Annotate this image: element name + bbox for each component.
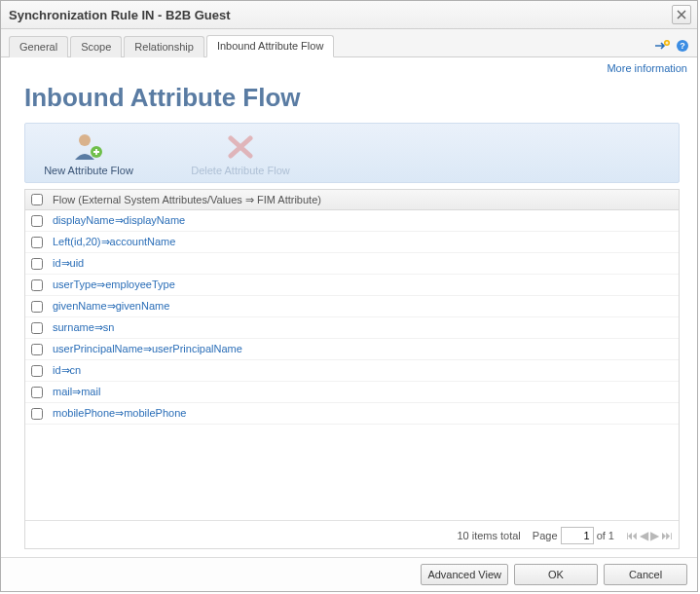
row-flow-cell: Left(id,20)⇒accountName: [49, 236, 679, 248]
window-title: Synchronization Rule IN - B2B Guest: [9, 8, 231, 22]
page-title: Inbound Attribute Flow: [24, 83, 680, 113]
row-flow-cell: userPrincipalName⇒userPrincipalName: [49, 343, 679, 355]
row-checkbox[interactable]: [31, 215, 43, 227]
row-select-cell[interactable]: [25, 344, 49, 355]
row-select-cell[interactable]: [25, 408, 49, 420]
flow-link[interactable]: surname⇒sn: [53, 321, 114, 333]
new-attribute-flow-button[interactable]: New Attribute Flow: [25, 128, 152, 178]
add-rule-icon[interactable]: [654, 39, 670, 53]
row-checkbox[interactable]: [31, 301, 43, 313]
ok-button[interactable]: OK: [514, 564, 598, 585]
table-row: mail⇒mail: [25, 382, 679, 403]
row-select-cell[interactable]: [25, 215, 49, 227]
row-checkbox[interactable]: [31, 279, 43, 291]
row-flow-cell: surname⇒sn: [49, 321, 679, 334]
flow-link[interactable]: givenName⇒givenName: [53, 300, 169, 312]
delete-attribute-flow-button: Delete Attribute Flow: [177, 128, 304, 178]
pager: 10 items total Page of 1 ⏮ ◀ ▶ ⏭: [25, 520, 679, 548]
row-flow-cell: givenName⇒givenName: [49, 300, 679, 313]
table-body: displayName⇒displayNameLeft(id,20)⇒accou…: [25, 210, 679, 520]
table-header-row: Flow (External System Attributes/Values …: [25, 190, 679, 210]
table-row: surname⇒sn: [25, 317, 679, 339]
flow-link[interactable]: id⇒cn: [53, 364, 81, 376]
row-select-cell[interactable]: [25, 258, 49, 270]
action-bar: New Attribute Flow Delete Attribute Flow: [24, 123, 680, 183]
row-select-cell[interactable]: [25, 301, 49, 313]
row-checkbox[interactable]: [31, 322, 43, 334]
table-row: mobilePhone⇒mobilePhone: [25, 403, 679, 425]
row-checkbox[interactable]: [31, 344, 43, 355]
close-button[interactable]: [672, 5, 691, 24]
row-select-cell[interactable]: [25, 279, 49, 291]
row-checkbox[interactable]: [31, 237, 43, 248]
advanced-view-button[interactable]: Advanced View: [421, 564, 508, 585]
svg-text:?: ?: [680, 41, 685, 51]
pager-next-icon[interactable]: ▶: [650, 529, 659, 542]
pager-nav: ⏮ ◀ ▶ ⏭: [626, 529, 673, 542]
titlebar: Synchronization Rule IN - B2B Guest: [1, 1, 697, 29]
sync-rule-dialog: Synchronization Rule IN - B2B Guest Gene…: [0, 0, 698, 592]
more-information-link[interactable]: More information: [607, 62, 687, 74]
select-all-checkbox[interactable]: [31, 194, 43, 205]
select-all-cell[interactable]: [25, 194, 49, 205]
content-area: Inbound Attribute Flow New Attribute Flo…: [1, 77, 697, 557]
flow-link[interactable]: userType⇒employeeType: [53, 278, 175, 290]
tab-general[interactable]: General: [9, 36, 68, 57]
row-select-cell[interactable]: [25, 322, 49, 334]
flow-link[interactable]: Left(id,20)⇒accountName: [53, 236, 175, 247]
flow-link[interactable]: displayName⇒displayName: [53, 214, 185, 226]
page-controls: Page of 1: [533, 527, 614, 544]
row-select-cell[interactable]: [25, 237, 49, 248]
row-select-cell[interactable]: [25, 365, 49, 377]
close-icon: [677, 10, 686, 19]
dialog-footer: Advanced View OK Cancel: [1, 557, 697, 591]
flow-link[interactable]: id⇒uid: [53, 257, 84, 269]
row-flow-cell: displayName⇒displayName: [49, 214, 679, 227]
row-flow-cell: userType⇒employeeType: [49, 278, 679, 291]
pager-prev-icon[interactable]: ◀: [640, 529, 648, 542]
tab-scope[interactable]: Scope: [70, 36, 122, 57]
row-flow-cell: id⇒uid: [49, 257, 679, 270]
delete-attribute-flow-label: Delete Attribute Flow: [191, 165, 290, 176]
table-row: givenName⇒givenName: [25, 296, 679, 317]
attribute-flow-table: Flow (External System Attributes/Values …: [24, 189, 680, 549]
pager-first-icon[interactable]: ⏮: [626, 529, 638, 542]
flow-link[interactable]: mail⇒mail: [53, 386, 100, 397]
page-of-label: of 1: [597, 530, 614, 541]
page-number-input[interactable]: [561, 527, 594, 544]
table-row: userPrincipalName⇒userPrincipalName: [25, 339, 679, 360]
info-row: More information: [1, 57, 697, 77]
new-attribute-flow-label: New Attribute Flow: [44, 165, 133, 176]
help-icon[interactable]: ?: [676, 39, 689, 53]
page-label: Page: [533, 530, 558, 541]
total-items-label: 10 items total: [457, 530, 520, 541]
pager-last-icon[interactable]: ⏭: [661, 529, 673, 542]
tabstrip: General Scope Relationship Inbound Attri…: [1, 29, 697, 57]
flow-link[interactable]: mobilePhone⇒mobilePhone: [53, 407, 186, 419]
column-header-flow[interactable]: Flow (External System Attributes/Values …: [49, 194, 679, 206]
row-flow-cell: id⇒cn: [49, 364, 679, 377]
tab-inbound-attribute-flow[interactable]: Inbound Attribute Flow: [206, 35, 334, 57]
table-row: id⇒uid: [25, 253, 679, 275]
svg-point-3: [79, 134, 91, 146]
tabstrip-right-icons: ?: [654, 39, 689, 56]
row-flow-cell: mobilePhone⇒mobilePhone: [49, 407, 679, 420]
tab-relationship[interactable]: Relationship: [124, 36, 204, 57]
row-checkbox[interactable]: [31, 258, 43, 270]
flow-link[interactable]: userPrincipalName⇒userPrincipalName: [53, 343, 242, 354]
row-checkbox[interactable]: [31, 365, 43, 377]
row-select-cell[interactable]: [25, 387, 49, 398]
row-checkbox[interactable]: [31, 408, 43, 420]
table-row: Left(id,20)⇒accountName: [25, 232, 679, 253]
row-flow-cell: mail⇒mail: [49, 386, 679, 398]
table-row: id⇒cn: [25, 360, 679, 382]
table-row: userType⇒employeeType: [25, 275, 679, 296]
row-checkbox[interactable]: [31, 387, 43, 398]
delete-x-icon: [225, 130, 256, 163]
table-row: displayName⇒displayName: [25, 210, 679, 232]
user-add-icon: [71, 130, 106, 163]
cancel-button[interactable]: Cancel: [604, 564, 687, 585]
